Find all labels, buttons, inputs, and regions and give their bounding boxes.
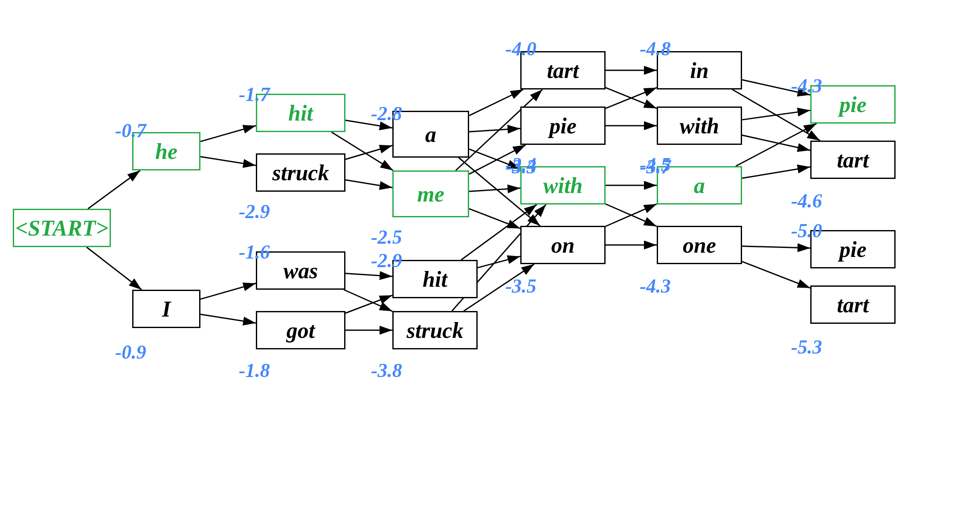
node-I: I	[132, 290, 200, 328]
node-with2: with	[657, 107, 742, 145]
score-21: -5.3	[791, 336, 822, 358]
svg-line-32	[606, 204, 657, 227]
svg-line-39	[736, 124, 816, 166]
score-9: -3.8	[371, 359, 402, 382]
node-one: one	[657, 226, 742, 264]
node-on: on	[520, 226, 606, 264]
score-10: -4.0	[505, 37, 536, 60]
svg-line-41	[742, 246, 810, 248]
svg-line-1	[88, 170, 140, 209]
svg-line-28	[606, 88, 657, 109]
svg-line-38	[742, 135, 810, 150]
svg-line-10	[345, 180, 392, 187]
node-struck1: struck	[256, 153, 345, 192]
svg-line-42	[742, 262, 810, 288]
score-6: -2.8	[371, 102, 402, 125]
score-14: -4.8	[640, 37, 671, 60]
svg-line-40	[742, 167, 810, 179]
svg-line-4	[200, 157, 256, 166]
diagram: <START>heIhitstruckwasgotamehitstrucktar…	[0, 0, 980, 507]
node-got: got	[256, 311, 345, 349]
score-20: -5.0	[791, 219, 822, 242]
node-pie3: pie	[810, 230, 896, 268]
score-18: -4.3	[791, 75, 822, 97]
svg-line-5	[200, 283, 256, 299]
score-17: -4.3	[640, 275, 671, 297]
score-0: -0.7	[115, 119, 146, 142]
score-3: -2.9	[239, 200, 270, 223]
node-me: me	[392, 170, 469, 217]
svg-line-22	[469, 209, 520, 228]
score-19: -4.6	[791, 190, 822, 212]
score-7: -2.5	[371, 226, 402, 248]
svg-line-33	[606, 204, 657, 227]
score-13: -3.5	[505, 275, 536, 297]
node-struck2: struck	[392, 311, 478, 349]
svg-line-11	[345, 274, 392, 277]
score-2: -1.7	[239, 83, 270, 106]
node-a: a	[392, 111, 469, 158]
svg-line-13	[345, 295, 392, 313]
svg-line-29	[606, 88, 657, 109]
node-start: <START>	[13, 209, 111, 247]
svg-line-16	[469, 128, 520, 132]
node-tart2: tart	[810, 141, 896, 179]
svg-line-2	[87, 247, 142, 290]
node-tart3: tart	[810, 285, 896, 324]
svg-line-24	[478, 256, 520, 268]
score-1: -0.9	[115, 341, 146, 363]
svg-line-9	[345, 146, 392, 159]
score-12: -3.3	[505, 156, 536, 178]
score-8: -2.9	[371, 249, 402, 272]
node-pie1: pie	[520, 107, 606, 145]
score-16: -3.7	[640, 156, 671, 178]
svg-line-15	[469, 89, 523, 115]
score-4: -1.6	[239, 241, 270, 263]
node-pie2: pie	[810, 85, 896, 124]
node-hit2: hit	[392, 260, 478, 298]
svg-line-6	[200, 314, 256, 323]
svg-line-3	[200, 126, 256, 141]
score-5: -1.8	[239, 359, 270, 382]
svg-line-36	[732, 89, 820, 141]
svg-line-12	[344, 290, 392, 311]
svg-line-21	[469, 188, 520, 191]
svg-line-37	[742, 110, 810, 120]
